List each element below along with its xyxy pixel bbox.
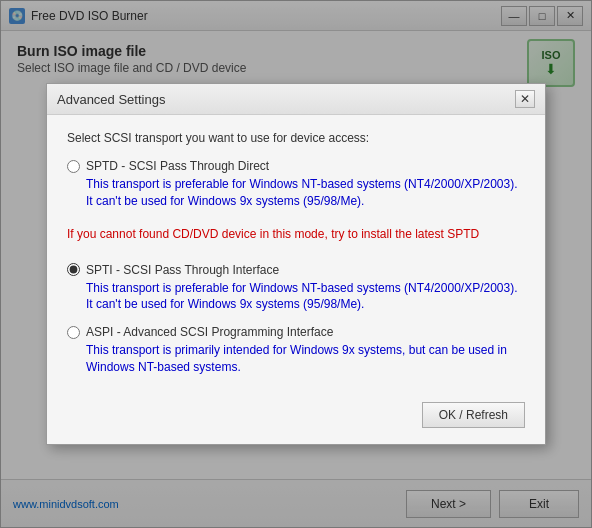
dialog-overlay: Advanced Settings ✕ Select SCSI transpor… (0, 0, 592, 528)
dialog-intro-text: Select SCSI transport you want to use fo… (67, 131, 525, 145)
aspi-label: ASPI - Advanced SCSI Programming Interfa… (86, 325, 333, 339)
dialog-body: Select SCSI transport you want to use fo… (47, 115, 545, 392)
sptd-radio[interactable] (67, 160, 80, 173)
transport-radio-group: SPTD - SCSI Pass Through Direct This tra… (67, 159, 525, 376)
dialog-footer: OK / Refresh (47, 392, 545, 444)
aspi-label-row: ASPI - Advanced SCSI Programming Interfa… (67, 325, 525, 339)
spti-description: This transport is preferable for Windows… (86, 280, 525, 314)
advanced-settings-dialog: Advanced Settings ✕ Select SCSI transpor… (46, 83, 546, 445)
spti-label: SPTI - SCSI Pass Through Interface (86, 263, 279, 277)
spti-radio[interactable] (67, 263, 80, 276)
sptd-warning: If you cannot found CD/DVD device in thi… (67, 226, 525, 243)
ok-refresh-button[interactable]: OK / Refresh (422, 402, 525, 428)
sptd-label-row: SPTD - SCSI Pass Through Direct (67, 159, 525, 173)
aspi-option: ASPI - Advanced SCSI Programming Interfa… (67, 325, 525, 376)
aspi-description: This transport is primarily intended for… (86, 342, 525, 376)
spti-option: SPTI - SCSI Pass Through Interface This … (67, 263, 525, 314)
sptd-description: This transport is preferable for Windows… (86, 176, 525, 210)
dialog-title: Advanced Settings (57, 92, 165, 107)
spti-label-row: SPTI - SCSI Pass Through Interface (67, 263, 525, 277)
dialog-title-bar: Advanced Settings ✕ (47, 84, 545, 115)
sptd-option: SPTD - SCSI Pass Through Direct This tra… (67, 159, 525, 210)
sptd-label: SPTD - SCSI Pass Through Direct (86, 159, 269, 173)
dialog-close-button[interactable]: ✕ (515, 90, 535, 108)
aspi-radio[interactable] (67, 326, 80, 339)
